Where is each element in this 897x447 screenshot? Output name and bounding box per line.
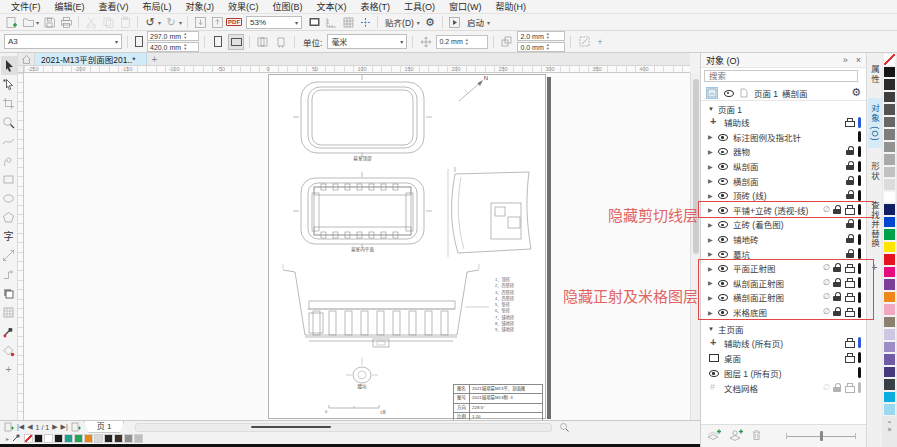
breadcrumb-page[interactable]: 页面 1 (754, 87, 778, 99)
treat-as-filled-icon[interactable] (576, 34, 592, 50)
layer-name[interactable]: 桌面 (724, 352, 841, 364)
page[interactable]: N 墓室顶部 墓室内平面 腰坑 0 1米 1、顶砖2、西壁砖3、西壁砖4、西壁砖… (268, 74, 546, 419)
layer-row[interactable]: ▶ 器物 ∅ (701, 144, 866, 159)
layer-color-bar[interactable] (858, 131, 861, 142)
lock-icon[interactable] (833, 383, 841, 393)
layer-color-bar[interactable] (858, 117, 861, 128)
import-icon[interactable] (192, 15, 208, 30)
menu-item[interactable]: 查看(V) (92, 0, 136, 13)
page-icon[interactable] (738, 87, 750, 99)
landscape-button[interactable] (228, 34, 244, 50)
master-layer-row[interactable]: ▶ 图层 1 (所有页) ∅ (701, 365, 866, 380)
layer-name[interactable]: 图层 1 (所有页) (724, 367, 854, 379)
next-page-icon[interactable]: ▶ (52, 423, 57, 431)
palette-eyedropper-icon[interactable] (12, 433, 21, 444)
tab-objects[interactable]: 对象 (O) (868, 98, 882, 148)
document-palette-swatch[interactable] (124, 434, 133, 443)
document-palette-swatch[interactable] (104, 434, 113, 443)
layer-color-bar[interactable] (858, 382, 861, 393)
propbar-expand-icon[interactable]: + (594, 37, 605, 47)
palette-scroll-down-icon[interactable]: ⌄ (887, 416, 893, 425)
palette-swatch[interactable] (883, 253, 896, 266)
docker-settings-gear-icon[interactable]: ⚙ (851, 87, 861, 98)
redo-dropdown-icon[interactable]: ▾ (179, 19, 182, 26)
palette-swatch[interactable] (883, 153, 896, 166)
add-page-icon[interactable] (4, 422, 14, 433)
snap-dropdown-icon[interactable]: ▾ (417, 19, 420, 26)
snap-to-label[interactable]: 贴齐(D) (382, 16, 417, 28)
current-page-icon[interactable] (273, 34, 289, 50)
open-dropdown-icon[interactable]: ▾ (36, 19, 39, 26)
home-tab-icon[interactable] (18, 53, 35, 65)
previous-page-icon[interactable]: ◀ (27, 423, 32, 431)
menu-item[interactable]: 工具(O) (397, 0, 442, 13)
layer-name[interactable]: 标注图例及指北针 (733, 131, 854, 143)
layer-name[interactable]: 纵剖面 (733, 160, 843, 172)
palette-swatch[interactable] (883, 328, 896, 341)
layer-color-bar[interactable] (858, 161, 861, 172)
palette-swatch[interactable] (883, 191, 896, 204)
palette-swatch[interactable] (883, 141, 896, 154)
layer-visibility-icon[interactable] (717, 248, 730, 260)
layer-visibility-icon[interactable] (708, 352, 721, 364)
shape-tool[interactable] (1, 75, 17, 94)
horizontal-scrollbar[interactable] (135, 423, 552, 432)
layer-visibility-icon[interactable] (717, 160, 730, 172)
export-icon[interactable] (209, 15, 225, 30)
duplicate-y-field[interactable]: 0.0 mm▲▼ (517, 42, 565, 52)
ellipse-tool[interactable] (1, 189, 17, 208)
lock-icon[interactable] (846, 146, 854, 156)
lock-icon[interactable] (846, 190, 854, 200)
layer-color-bar[interactable] (858, 190, 861, 201)
layer-row[interactable]: ▶ 纵剖面 ∅ (701, 159, 866, 174)
paste-icon[interactable] (117, 15, 133, 30)
page-height-field[interactable]: 420.0 mm▲▼ (147, 42, 199, 52)
lock-icon[interactable] (846, 161, 854, 171)
expand-arrow-icon[interactable]: ▶ (708, 177, 717, 184)
breadcrumb-layer[interactable]: 横剖面 (782, 87, 808, 99)
nudge-distance-field[interactable]: 0.2 mm▲▼ (436, 35, 488, 49)
layer-color-bar[interactable] (858, 175, 861, 186)
lock-icon[interactable] (846, 234, 854, 244)
layer-visibility-icon[interactable] (708, 382, 721, 394)
scrollbar-thumb[interactable] (693, 79, 699, 254)
layer-row[interactable]: ▶ 立砖 (着色图) ∅ (701, 217, 866, 232)
launch-label[interactable]: 启动 (464, 16, 487, 28)
all-pages-icon[interactable] (255, 34, 271, 50)
connector-tool[interactable] (1, 265, 17, 284)
zoom-slider[interactable] (786, 430, 856, 442)
layer-row[interactable]: ▶ 横剖面 ∅ (701, 173, 866, 188)
document-palette-swatch[interactable] (34, 434, 43, 443)
palette-swatch[interactable] (883, 228, 896, 241)
layer-search-input[interactable] (704, 70, 858, 82)
palette-swatch[interactable] (883, 103, 896, 116)
layer-name[interactable]: 器物 (733, 145, 843, 157)
crop-tool[interactable] (1, 94, 17, 113)
freehand-tool[interactable] (1, 132, 17, 151)
expand-arrow-icon[interactable]: ▶ (708, 133, 717, 140)
layer-color-bar[interactable] (858, 337, 861, 348)
menu-item[interactable]: 帮助(H) (489, 0, 534, 13)
drop-shadow-tool[interactable] (1, 284, 17, 303)
layer-name[interactable]: 铺地砖 (733, 233, 843, 245)
layer-color-bar[interactable] (858, 146, 861, 157)
show-rulers-icon[interactable] (323, 15, 339, 30)
expand-arrow-icon[interactable]: ▶ (708, 148, 717, 155)
layer-visibility-icon[interactable] (708, 367, 721, 379)
palette-swatch[interactable] (883, 216, 896, 229)
palette-swatch[interactable] (883, 366, 896, 379)
palette-swatch[interactable] (883, 116, 896, 129)
drawing-canvas[interactable]: N 墓室顶部 墓室内平面 腰坑 0 1米 1、顶砖2、西壁砖3、西壁砖4、西壁砖… (24, 73, 690, 420)
list-view-icon[interactable] (706, 87, 718, 99)
palette-swatch[interactable] (883, 316, 896, 329)
layer-name[interactable]: 横剖面 (733, 175, 843, 187)
zoom-tool[interactable] (1, 113, 17, 132)
pick-tool[interactable] (1, 56, 17, 75)
layer-visibility-icon[interactable] (717, 233, 730, 245)
layer-name[interactable]: 辅助线 (所有页) (724, 337, 841, 349)
layer-color-bar[interactable] (858, 352, 861, 363)
palette-swatch[interactable] (883, 66, 896, 79)
show-grid-icon[interactable] (340, 15, 356, 30)
print-icon[interactable] (58, 15, 74, 30)
palette-swatch[interactable] (883, 166, 896, 179)
